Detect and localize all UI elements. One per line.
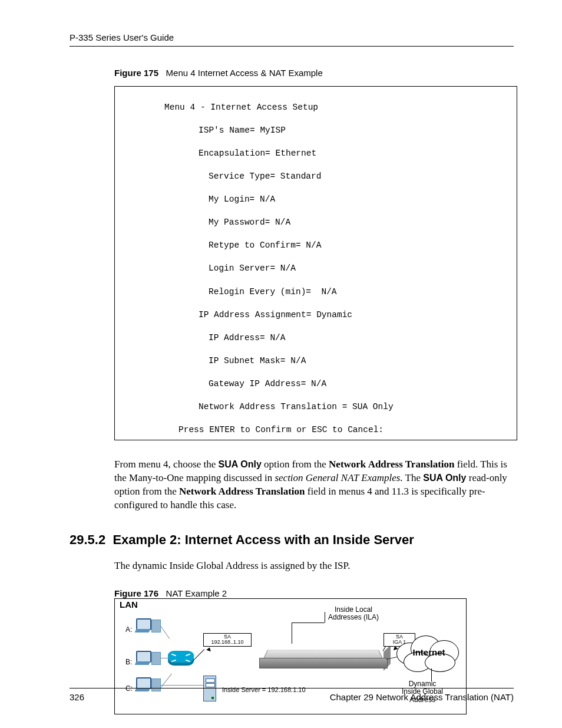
figure-175-title: Menu 4 Internet Access & NAT Example [166, 68, 323, 78]
router-icon [168, 651, 194, 665]
menu4-nat: Network Address Translation = SUA Only [117, 401, 514, 413]
sa-ip: 192.168..1.10 [206, 640, 249, 645]
callout-line [292, 622, 325, 623]
menu4-prompt: Press ENTER to Confirm or ESC to Cancel: [117, 424, 514, 436]
p1-i1: section General NAT Examples. [275, 472, 402, 483]
figure-176-caption: Figure 176 NAT Example 2 [114, 588, 514, 598]
footer-rule [70, 688, 514, 689]
menu4-retype: Retype to Confirm= N/A [117, 240, 514, 252]
header-rule [70, 46, 514, 47]
figure-176-title: NAT Example 2 [166, 588, 227, 598]
menu4-password: My Password= N/A [117, 217, 514, 229]
wire-icon [161, 626, 170, 639]
sa-box-left: SA 192.168..1.10 [203, 633, 252, 647]
p1-b2: Network Address Translation [329, 459, 454, 470]
callout-line [325, 612, 325, 622]
running-header: P-335 Series User's Guide [70, 32, 514, 42]
callout-line [292, 622, 292, 644]
chapter-title: Chapter 29 Network Address Translation (… [330, 692, 514, 702]
page-footer: 326 Chapter 29 Network Address Translati… [70, 688, 514, 702]
host-a-label: A: [125, 625, 132, 634]
internet-label: Internet [396, 647, 461, 657]
pc-icon [136, 651, 161, 666]
main-content: Figure 175 Menu 4 Internet Access & NAT … [114, 68, 514, 728]
menu4-ipassign: IP Address Assignment= Dynamic [117, 309, 514, 321]
nat-slab-icon [259, 658, 388, 668]
p1-b4: Network Address Translation [179, 486, 305, 497]
host-b-label: B: [125, 658, 132, 666]
menu4-terminal-box: Menu 4 - Internet Access Setup ISP's Nam… [114, 86, 517, 440]
menu4-subnet: IP Subnet Mask= N/A [117, 355, 514, 367]
p1-t2: option from the [262, 459, 329, 470]
wire-icon [161, 685, 203, 686]
menu4-relogin: Relogin Every (min)= N/A [117, 286, 514, 298]
lan-label: LAN [120, 599, 138, 610]
menu4-loginserver: Login Server= N/A [117, 263, 514, 275]
figure-175-caption: Figure 175 Menu 4 Internet Access & NAT … [114, 68, 514, 78]
section-heading-2952: 29.5.2 Example 2: Internet Access with a… [70, 532, 514, 548]
menu4-ipaddr: IP Address= N/A [117, 332, 514, 344]
ila-label: Inside Local Addresses (ILA) [321, 606, 386, 622]
menu4-login: My Login= N/A [117, 194, 514, 206]
pc-icon [136, 618, 161, 634]
page-number: 326 [70, 692, 84, 702]
menu4-encap: Encapsulation= Ethernet [117, 148, 514, 160]
section-number: 29.5.2 [70, 532, 105, 547]
menu4-isp: ISP's Name= MyISP [117, 125, 514, 137]
figure-176-label: Figure 176 [114, 588, 158, 598]
menu4-service: Service Type= Standard [117, 171, 514, 183]
paragraph-1: From menu 4, choose the SUA Only option … [114, 458, 514, 512]
section-title: Example 2: Internet Access with an Insid… [113, 532, 414, 547]
p1-b3: SUA Only [423, 473, 466, 483]
p1-t4: The [403, 472, 424, 483]
wire-icon [161, 673, 172, 687]
menu4-title: Menu 4 - Internet Access Setup [117, 102, 514, 114]
arrow-head-icon [206, 646, 212, 651]
arrow-line [193, 649, 205, 661]
menu4-gateway: Gateway IP Address= N/A [117, 378, 514, 390]
internet-cloud-icon: Internet [396, 634, 461, 672]
figure-175-label: Figure 175 [114, 68, 158, 78]
p1-t1: From menu 4, choose the [114, 459, 219, 470]
paragraph-2: The dynamic Inside Global Address is ass… [114, 559, 514, 573]
p1-b1: SUA Only [219, 459, 262, 469]
